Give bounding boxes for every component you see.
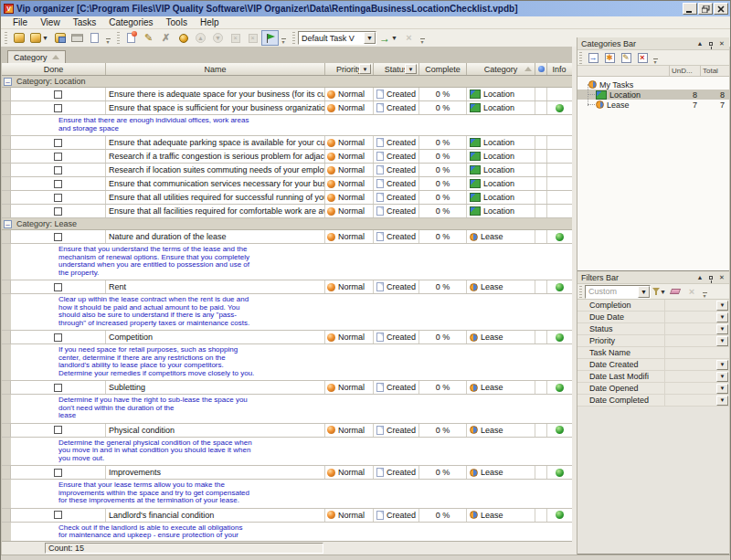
toolbar-overflow-button[interactable]: ▾ (104, 30, 111, 46)
edit-category-button[interactable]: ✎ (618, 51, 634, 65)
tree-item-location[interactable]: Location88 (577, 90, 729, 100)
filter-value[interactable] (664, 312, 716, 322)
task-row[interactable]: Research if a traffic congestion is seri… (2, 150, 572, 164)
chevron-down-icon[interactable]: ▼ (364, 32, 376, 44)
filter-value[interactable] (664, 371, 716, 382)
restore-button[interactable] (698, 3, 713, 15)
filter-preset-combo[interactable]: Custom ▼ (585, 285, 651, 299)
funnel-button[interactable]: ▼ (651, 285, 667, 299)
menu-tools[interactable]: Tools (160, 16, 194, 28)
column-header-undone[interactable]: UnD... (669, 66, 700, 76)
add-subcategory-button[interactable]: ✱ (601, 51, 618, 65)
menu-tasks[interactable]: Tasks (67, 16, 103, 28)
done-checkbox[interactable] (54, 180, 62, 188)
column-header-total[interactable]: Total (700, 66, 729, 76)
menu-categories[interactable]: Categories (102, 16, 159, 28)
menu-view[interactable]: View (34, 16, 67, 28)
done-checkbox[interactable] (54, 426, 62, 434)
done-checkbox[interactable] (54, 194, 62, 202)
apply-view-button[interactable]: →▼ (376, 30, 400, 46)
task-row[interactable]: Landlord's financial conditionNormalCrea… (2, 509, 572, 523)
column-header-priority[interactable]: Priority ▼ (325, 63, 374, 75)
preview-button[interactable] (86, 30, 103, 46)
column-header-done[interactable]: Done (2, 63, 106, 75)
task-row[interactable]: Ensure that space is sufficient for your… (2, 101, 572, 115)
column-header-category[interactable]: Category (467, 63, 535, 75)
collapse-icon[interactable]: ▲ (694, 272, 705, 282)
close-icon[interactable]: ✕ (716, 272, 727, 282)
filter-value[interactable] (664, 323, 716, 334)
task-row[interactable]: Ensure that all utilities required for s… (2, 191, 572, 205)
task-view-combo[interactable]: Default Task V▼ (298, 31, 376, 45)
task-row[interactable]: RentNormalCreated0 %Lease (2, 280, 572, 294)
collapse-group-icon[interactable]: – (4, 220, 12, 228)
eraser-button[interactable] (667, 285, 683, 299)
collapse-group-icon[interactable]: – (4, 78, 12, 86)
done-checkbox[interactable] (54, 153, 62, 161)
pin-icon[interactable] (705, 272, 716, 282)
column-header-complete[interactable]: Complete (419, 63, 467, 75)
filter-dropdown-button[interactable]: ▼ (716, 324, 728, 334)
priority-filter-button[interactable]: ▼ (359, 64, 371, 74)
minimize-button[interactable] (683, 3, 697, 15)
done-checkbox[interactable] (54, 166, 62, 174)
toolbar-overflow-button[interactable]: ▾ (701, 284, 708, 300)
done-checkbox[interactable] (54, 104, 62, 112)
done-checkbox[interactable] (54, 207, 62, 216)
delete-category-button[interactable]: × (634, 51, 651, 65)
pin-icon[interactable] (705, 38, 716, 48)
new-database-button[interactable] (10, 30, 27, 46)
collapse-icon[interactable]: ▲ (694, 38, 705, 48)
delete-task-button[interactable]: ✗ (157, 30, 175, 46)
close-icon[interactable]: ✕ (716, 38, 727, 48)
toolbar-overflow-button[interactable]: ▾ (280, 30, 287, 46)
done-checkbox[interactable] (54, 139, 62, 147)
filter-dropdown-button[interactable]: ▼ (716, 301, 728, 311)
add-category-button[interactable]: → (585, 51, 601, 65)
tree-item-my-tasks[interactable]: My Tasks (577, 79, 729, 90)
payment-button[interactable] (175, 30, 192, 46)
filter-value[interactable] (664, 359, 716, 370)
filter-dropdown-button[interactable]: ▼ (716, 372, 728, 382)
task-row[interactable]: CompetitionNormalCreated0 %Lease (2, 331, 572, 344)
category-group-row[interactable]: –Category: Location (2, 76, 572, 88)
group-by-tab-category[interactable]: Category (7, 50, 66, 63)
filter-value[interactable] (664, 383, 716, 394)
task-row[interactable]: SublettingNormalCreated0 %Lease (2, 381, 572, 395)
done-checkbox[interactable] (54, 384, 62, 392)
task-row[interactable]: ImprovementsNormalCreated0 %Lease (2, 466, 572, 480)
done-checkbox[interactable] (54, 233, 62, 241)
flag-button[interactable] (261, 30, 279, 46)
task-row[interactable]: Ensure that communication services neces… (2, 177, 572, 191)
open-database-button[interactable]: ▼ (27, 30, 51, 46)
tree-item-lease[interactable]: Lease77 (577, 100, 729, 110)
task-row[interactable]: Physical conditionNormalCreated0 %Lease (2, 424, 572, 438)
filter-dropdown-button[interactable]: ▼ (716, 336, 728, 346)
print-button[interactable] (69, 30, 86, 46)
column-header-info[interactable]: Info (547, 63, 571, 75)
toolbar-overflow-button[interactable]: ▾ (418, 30, 426, 46)
done-checkbox[interactable] (54, 511, 62, 519)
edit-task-button[interactable]: ✎ (140, 30, 157, 46)
done-checkbox[interactable] (54, 283, 62, 291)
category-group-row[interactable]: –Category: Lease (2, 218, 572, 230)
task-row[interactable]: Ensure there is adequate space for your … (2, 88, 572, 101)
save-database-button[interactable] (51, 30, 69, 46)
task-row[interactable]: Ensure that adequate parking space is av… (2, 136, 572, 150)
filter-dropdown-button[interactable]: ▼ (716, 384, 728, 394)
filter-value[interactable] (664, 347, 729, 358)
filter-value[interactable] (664, 395, 716, 406)
done-checkbox[interactable] (54, 469, 62, 477)
task-row[interactable]: Research if location suites commuting ne… (2, 164, 572, 177)
menu-file[interactable]: File (6, 16, 34, 28)
filter-value[interactable] (664, 335, 716, 346)
toolbar-overflow-button[interactable]: ▾ (652, 50, 659, 66)
filter-dropdown-button[interactable]: ▼ (716, 312, 728, 322)
status-filter-button[interactable]: ▼ (405, 64, 417, 74)
close-button[interactable] (714, 3, 728, 15)
column-header-name[interactable]: Name (106, 63, 325, 75)
column-header-attachment[interactable] (535, 63, 547, 75)
chevron-down-icon[interactable]: ▼ (638, 286, 650, 298)
done-checkbox[interactable] (54, 333, 62, 342)
filter-dropdown-button[interactable]: ▼ (716, 360, 728, 370)
